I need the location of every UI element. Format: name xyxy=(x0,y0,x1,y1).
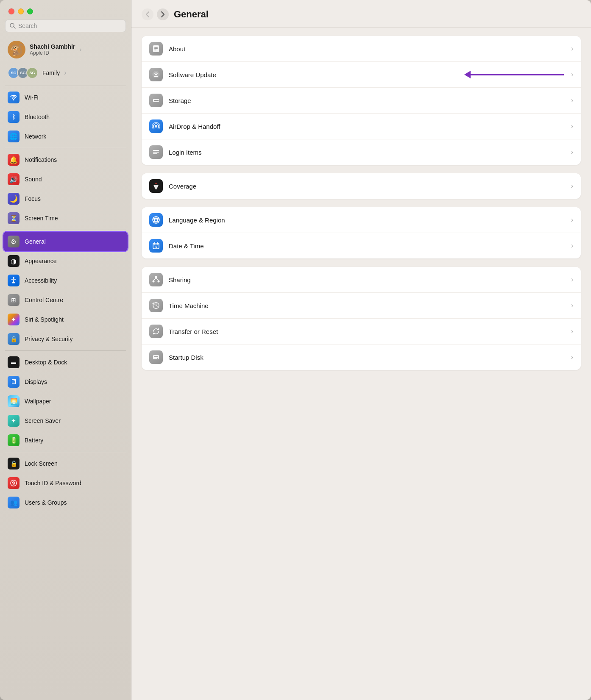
sidebar-item-general[interactable]: ⚙ General xyxy=(3,232,128,251)
startup-disk-icon xyxy=(149,350,163,364)
row-label: Language & Region xyxy=(169,217,571,224)
airdrop-icon xyxy=(149,119,163,133)
svg-point-0 xyxy=(10,23,14,27)
svg-line-1 xyxy=(14,27,16,29)
sidebar-item-label: Touch ID & Password xyxy=(25,480,81,486)
chevron-right-icon: › xyxy=(571,216,573,224)
chevron-right-icon: › xyxy=(571,302,573,309)
sidebar-item-touchid[interactable]: Touch ID & Password xyxy=(3,473,128,493)
row-label: Coverage xyxy=(169,183,571,190)
sidebar-divider xyxy=(5,86,126,86)
settings-row-login-items[interactable]: Login Items › xyxy=(142,139,581,165)
sidebar-item-controlcentre[interactable]: ⊞ Control Centre xyxy=(3,290,128,310)
search-placeholder: Search xyxy=(18,22,37,29)
date-time-icon xyxy=(149,239,163,253)
traffic-lights xyxy=(0,0,131,19)
sidebar-item-wifi[interactable]: Wi-Fi xyxy=(3,88,128,107)
sidebar: Search 🐒 Shachi Gambhir Apple ID › SG SG… xyxy=(0,0,131,700)
settings-row-sharing[interactable]: Sharing › xyxy=(142,267,581,293)
sidebar-item-screensaver[interactable]: ✦ Screen Saver xyxy=(3,411,128,431)
chevron-right-icon: › xyxy=(64,69,66,77)
chevron-right-icon: › xyxy=(571,71,573,78)
settings-row-transfer-reset[interactable]: Transfer or Reset › xyxy=(142,319,581,344)
settings-row-about[interactable]: About › xyxy=(142,36,581,62)
svg-point-12 xyxy=(158,100,159,101)
settings-row-startup-disk[interactable]: Startup Disk › xyxy=(142,344,581,370)
row-label: Login Items xyxy=(169,149,571,156)
network-icon: 🌐 xyxy=(8,131,20,142)
sidebar-item-focus[interactable]: 🌙 Focus xyxy=(3,189,128,208)
svg-point-37 xyxy=(157,358,158,358)
sidebar-item-sound[interactable]: 🔊 Sound xyxy=(3,169,128,189)
chevron-right-icon: › xyxy=(571,182,573,190)
main-header: General xyxy=(131,0,591,28)
sidebar-item-desktop-dock[interactable]: ▬ Desktop & Dock xyxy=(3,353,128,372)
settings-group-1: About › Software Update xyxy=(142,36,581,165)
settings-row-coverage[interactable]: Coverage › xyxy=(142,173,581,199)
settings-row-time-machine[interactable]: Time Machine › xyxy=(142,293,581,319)
row-label: Time Machine xyxy=(169,302,571,309)
sidebar-item-lockscreen[interactable]: 🔒 Lock Screen xyxy=(3,454,128,473)
sidebar-item-label: Privacy & Security xyxy=(25,336,73,342)
row-label: About xyxy=(169,45,571,53)
sidebar-item-label: Battery xyxy=(25,437,43,444)
sidebar-item-displays[interactable]: 🖥 Displays xyxy=(3,372,128,392)
sidebar-item-label: General xyxy=(25,238,46,245)
software-update-icon xyxy=(149,68,163,81)
settings-row-software-update[interactable]: Software Update › xyxy=(142,62,581,88)
family-label: Family xyxy=(42,69,60,76)
family-avatar-3: SG xyxy=(26,67,38,79)
back-button[interactable] xyxy=(142,8,153,20)
maximize-button[interactable] xyxy=(27,8,33,14)
svg-rect-6 xyxy=(154,47,158,48)
sidebar-item-label: Appearance xyxy=(25,258,57,264)
sidebar-item-battery[interactable]: 🔋 Battery xyxy=(3,431,128,450)
settings-row-storage[interactable]: Storage › xyxy=(142,88,581,114)
sidebar-item-usersgroups[interactable]: 👥 Users & Groups xyxy=(3,493,128,512)
forward-button[interactable] xyxy=(157,8,169,20)
chevron-right-icon: › xyxy=(571,353,573,361)
sidebar-item-wallpaper[interactable]: 🌅 Wallpaper xyxy=(3,392,128,411)
settings-group-4: Sharing › Time Machine › xyxy=(142,267,581,370)
close-button[interactable] xyxy=(8,8,14,14)
touchid-icon xyxy=(8,477,20,489)
sidebar-item-label: Notifications xyxy=(25,156,57,163)
sidebar-item-privacy[interactable]: 🔒 Privacy & Security xyxy=(3,329,128,349)
desktop-dock-icon: ▬ xyxy=(8,356,20,368)
row-label: Date & Time xyxy=(169,242,571,250)
sidebar-item-network[interactable]: 🌐 Network xyxy=(3,127,128,146)
screentime-icon: ⏳ xyxy=(8,212,20,224)
user-subtitle: Apple ID xyxy=(30,50,75,56)
settings-row-date-time[interactable]: Date & Time › xyxy=(142,233,581,258)
sidebar-divider-5 xyxy=(5,452,126,452)
search-bar[interactable]: Search xyxy=(5,19,126,32)
sidebar-divider-4 xyxy=(5,350,126,351)
row-label: Software Update xyxy=(169,71,571,78)
chevron-right-icon: › xyxy=(571,45,573,53)
svg-point-2 xyxy=(13,277,14,279)
language-region-icon xyxy=(149,213,163,227)
sidebar-item-siri[interactable]: ✦ Siri & Spotlight xyxy=(3,310,128,329)
sound-icon: 🔊 xyxy=(8,173,20,185)
time-machine-icon xyxy=(149,299,163,312)
appearance-icon: ◑ xyxy=(8,255,20,267)
minimize-button[interactable] xyxy=(18,8,24,14)
page-title: General xyxy=(174,9,209,20)
sidebar-item-appearance[interactable]: ◑ Appearance xyxy=(3,251,128,271)
settings-row-language-region[interactable]: Language & Region › xyxy=(142,207,581,233)
sidebar-item-screentime[interactable]: ⏳ Screen Time xyxy=(3,208,128,228)
controlcentre-icon: ⊞ xyxy=(8,294,20,306)
sidebar-item-label: Network xyxy=(25,133,46,140)
sidebar-item-bluetooth[interactable]: ᛒ Bluetooth xyxy=(3,107,128,127)
avatar: 🐒 xyxy=(8,41,25,58)
sidebar-user-profile[interactable]: 🐒 Shachi Gambhir Apple ID › xyxy=(3,37,128,62)
wifi-icon xyxy=(8,92,20,103)
chevron-right-icon: › xyxy=(571,122,573,130)
settings-row-airdrop[interactable]: AirDrop & Handoff › xyxy=(142,114,581,139)
sidebar-item-family[interactable]: SG SG SG Family › xyxy=(3,64,128,82)
displays-icon: 🖥 xyxy=(8,376,20,388)
sidebar-item-accessibility[interactable]: Accessibility xyxy=(3,271,128,290)
sidebar-item-label: Lock Screen xyxy=(25,460,58,467)
sidebar-item-notifications[interactable]: 🔔 Notifications xyxy=(3,150,128,169)
general-icon: ⚙ xyxy=(8,236,20,247)
